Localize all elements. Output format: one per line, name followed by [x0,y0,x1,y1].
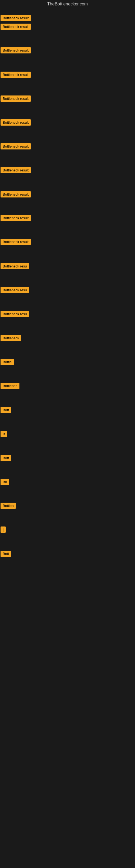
result-row-11: Bottleneck result [1,239,31,246]
site-title: TheBottlenecker.com [47,2,88,6]
bottleneck-badge-24[interactable]: Bott [1,551,11,557]
bottleneck-badge-2[interactable]: Bottleneck result [1,24,31,30]
result-row-14: Bottleneck resu [1,311,29,318]
result-row-12: Bottleneck resu [1,263,29,271]
result-row-20: Bott [1,455,11,462]
result-row-4: Bottleneck result [1,72,31,79]
bottleneck-badge-22[interactable]: Bottlen [1,503,16,509]
bottleneck-badge-12[interactable]: Bottleneck resu [1,263,29,269]
bottleneck-badge-10[interactable]: Bottleneck result [1,215,31,221]
result-row-2: Bottleneck result [1,24,31,31]
bottleneck-badge-3[interactable]: Bottleneck result [1,47,31,54]
result-row-22: Bottlen [1,503,16,510]
result-row-9: Bottleneck result [1,191,31,198]
bottleneck-badge-21[interactable]: Bo [1,479,9,485]
result-row-3: Bottleneck result [1,47,31,55]
bottleneck-badge-23[interactable]: | [1,527,6,533]
bottleneck-badge-14[interactable]: Bottleneck resu [1,311,29,317]
bottleneck-badge-15[interactable]: Bottleneck [1,335,21,341]
bottleneck-badge-6[interactable]: Bottleneck result [1,119,31,126]
result-row-5: Bottleneck result [1,95,31,103]
result-row-24: Bott [1,551,11,558]
bottleneck-badge-11[interactable]: Bottleneck result [1,239,31,245]
bottleneck-badge-1[interactable]: Bottleneck result [1,15,31,21]
result-row-19: B [1,431,7,438]
bottleneck-badge-17[interactable]: Bottlenec [1,383,19,389]
bottleneck-badge-4[interactable]: Bottleneck result [1,72,31,78]
result-row-17: Bottlenec [1,383,19,390]
bottleneck-badge-5[interactable]: Bottleneck result [1,95,31,102]
site-header: TheBottlenecker.com [0,0,135,8]
result-row-23: | [1,527,6,534]
results-container: Bottleneck resultBottleneck resultBottle… [0,8,135,868]
result-row-10: Bottleneck result [1,215,31,222]
result-row-13: Bottleneck resu [1,287,29,294]
bottleneck-badge-8[interactable]: Bottleneck result [1,167,31,173]
result-row-1: Bottleneck result [1,15,31,22]
result-row-16: Bottle [1,359,14,366]
bottleneck-badge-7[interactable]: Bottleneck result [1,143,31,150]
bottleneck-badge-19[interactable]: B [1,431,7,437]
result-row-6: Bottleneck result [1,119,31,127]
result-row-7: Bottleneck result [1,143,31,151]
bottleneck-badge-20[interactable]: Bott [1,455,11,461]
bottleneck-badge-16[interactable]: Bottle [1,359,14,365]
result-row-18: Bott [1,407,11,414]
bottleneck-badge-9[interactable]: Bottleneck result [1,191,31,197]
result-row-8: Bottleneck result [1,167,31,175]
result-row-21: Bo [1,479,9,486]
result-row-15: Bottleneck [1,335,21,342]
bottleneck-badge-13[interactable]: Bottleneck resu [1,287,29,293]
bottleneck-badge-18[interactable]: Bott [1,407,11,413]
